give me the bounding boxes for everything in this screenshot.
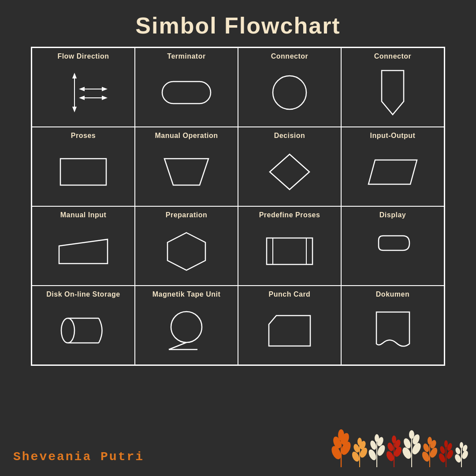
svg-point-10 <box>273 76 306 109</box>
cell-terminator: Terminator <box>135 48 238 127</box>
svg-point-69 <box>444 440 448 447</box>
symbol-dokumen <box>344 302 441 359</box>
plant-icon-6 <box>423 436 436 468</box>
svg-point-65 <box>438 452 446 463</box>
symbol-preparation <box>138 223 235 280</box>
plant-icon-5 <box>404 429 420 468</box>
svg-marker-5 <box>102 87 108 91</box>
svg-marker-1 <box>72 73 77 78</box>
svg-point-71 <box>454 453 462 463</box>
author-name: Sheveania Putri <box>13 450 144 468</box>
label-manual-operation: Manual Operation <box>155 132 218 140</box>
svg-point-47 <box>385 450 395 462</box>
svg-marker-8 <box>102 96 108 100</box>
cell-predefine-proses: Predefine Proses <box>238 206 341 286</box>
cell-preparation: Preparation <box>135 206 238 286</box>
plant-icon-7 <box>440 439 452 468</box>
svg-point-21 <box>61 318 74 343</box>
label-decision: Decision <box>274 132 305 140</box>
label-proses: Proses <box>71 132 96 140</box>
symbol-connector-arrow <box>344 64 441 121</box>
svg-point-33 <box>338 429 344 441</box>
svg-point-57 <box>409 430 414 439</box>
cell-punch-card: Punch Card <box>238 286 341 365</box>
cell-connector-arrow: Connector <box>341 48 444 127</box>
cell-disk-storage: Disk On-line Storage <box>32 286 135 365</box>
svg-line-25 <box>169 342 186 350</box>
plant-icon-1 <box>333 428 350 468</box>
plant-icon-2 <box>353 437 366 468</box>
svg-marker-4 <box>79 87 85 91</box>
cell-proses: Proses <box>32 127 135 206</box>
svg-point-35 <box>351 450 361 463</box>
svg-point-63 <box>428 437 432 445</box>
svg-marker-15 <box>368 160 417 184</box>
label-magnetic-tape: Magnetik Tape Unit <box>152 290 221 298</box>
symbol-flow-direction <box>35 64 132 121</box>
symbol-punch-card <box>241 302 338 359</box>
svg-point-41 <box>367 448 378 461</box>
label-disk-storage: Disk On-line Storage <box>46 290 120 298</box>
symbol-input-output <box>344 143 441 201</box>
cell-connector-circle: Connector <box>238 48 341 127</box>
cell-decision: Decision <box>238 127 341 206</box>
svg-rect-18 <box>267 238 312 264</box>
label-connector-circle: Connector <box>271 52 309 60</box>
svg-point-75 <box>460 442 463 448</box>
svg-point-60 <box>429 446 439 459</box>
svg-point-24 <box>171 312 202 342</box>
svg-point-39 <box>357 438 362 446</box>
svg-marker-16 <box>59 239 108 264</box>
cell-manual-operation: Manual Operation <box>135 127 238 206</box>
label-connector-arrow: Connector <box>374 52 412 60</box>
svg-marker-7 <box>79 96 85 100</box>
symbol-manual-operation <box>138 143 235 201</box>
svg-point-59 <box>421 450 431 463</box>
svg-point-53 <box>401 446 413 460</box>
svg-rect-12 <box>60 159 106 185</box>
label-punch-card: Punch Card <box>269 290 311 298</box>
symbol-grid: Flow Direction Terminator <box>31 47 445 366</box>
svg-point-67 <box>439 446 446 454</box>
svg-point-66 <box>446 449 454 460</box>
cell-dokumen: Dokumen <box>341 286 444 365</box>
label-dokumen: Dokumen <box>376 290 409 298</box>
svg-marker-17 <box>167 233 205 270</box>
label-flow-direction: Flow Direction <box>57 52 109 60</box>
svg-rect-9 <box>162 82 211 104</box>
svg-point-49 <box>387 442 394 452</box>
symbol-manual-input <box>35 223 132 280</box>
plant-icon-8 <box>456 442 467 468</box>
plants-decoration <box>333 428 467 468</box>
symbol-terminator <box>138 64 235 121</box>
symbol-predefine-proses <box>241 223 338 280</box>
page-title: Simbol Flowchart <box>0 0 476 47</box>
cell-display: Display <box>341 206 444 286</box>
cell-input-output: Input-Output <box>341 127 444 206</box>
svg-marker-11 <box>382 71 404 115</box>
svg-marker-14 <box>270 154 309 190</box>
symbol-proses <box>35 143 132 201</box>
plant-icon-4 <box>387 435 401 468</box>
svg-point-73 <box>455 447 461 455</box>
footer: Sheveania Putri <box>0 405 476 476</box>
label-terminator: Terminator <box>167 52 205 60</box>
symbol-decision <box>241 143 338 201</box>
label-display: Display <box>379 211 406 219</box>
svg-point-45 <box>375 434 379 442</box>
svg-marker-27 <box>269 316 310 346</box>
symbol-magnetic-tape <box>138 302 235 359</box>
svg-point-42 <box>376 444 387 457</box>
svg-marker-2 <box>72 107 77 112</box>
svg-point-55 <box>402 437 412 449</box>
label-input-output: Input-Output <box>370 132 416 140</box>
cell-magnetic-tape: Magnetik Tape Unit <box>135 286 238 365</box>
cell-manual-input: Manual Input <box>32 206 135 286</box>
label-predefine-proses: Predefine Proses <box>259 211 320 219</box>
svg-marker-13 <box>164 159 208 185</box>
symbol-display <box>344 223 441 280</box>
cell-flow-direction: Flow Direction <box>32 48 135 127</box>
plant-icon-3 <box>370 433 384 468</box>
label-manual-input: Manual Input <box>60 211 107 219</box>
symbol-disk-storage <box>35 302 132 359</box>
